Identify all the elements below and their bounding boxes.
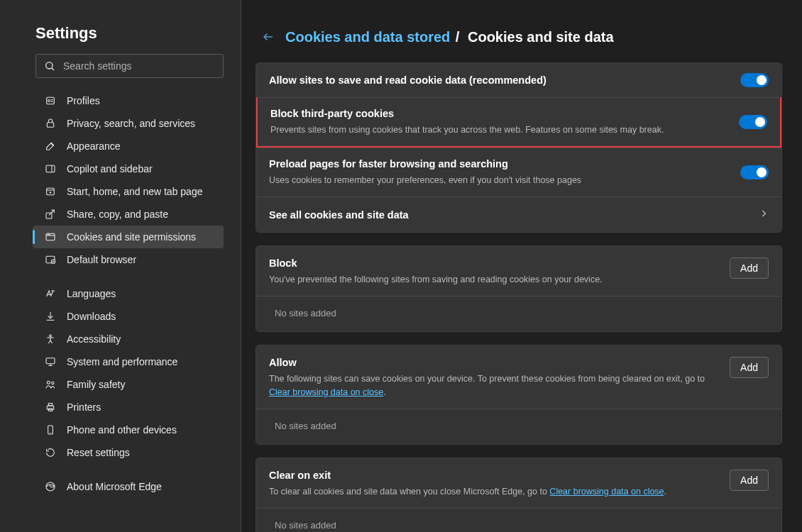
block-title: Block xyxy=(269,257,718,269)
search-input[interactable] xyxy=(63,60,216,72)
clear-add-button[interactable]: Add xyxy=(730,470,769,491)
svg-rect-12 xyxy=(46,233,55,240)
share-icon xyxy=(44,208,57,221)
clear-on-exit-section: Clear on exit To clear all cookies and s… xyxy=(256,458,782,532)
block-add-button[interactable]: Add xyxy=(730,257,769,279)
breadcrumb: Cookies and data stored / Cookies and si… xyxy=(285,29,614,45)
nav-label: Default browser xyxy=(67,254,136,265)
nav-label: Family safety xyxy=(67,379,125,390)
see-all-cookies-title: See all cookies and site data xyxy=(269,209,409,221)
clear-desc-pre: To clear all cookies and site data when … xyxy=(269,487,549,497)
breadcrumb-separator: / xyxy=(456,29,460,45)
clear-desc-link[interactable]: Clear browsing data on close xyxy=(549,487,664,497)
allow-section: Allow The following sites can save cooki… xyxy=(256,345,782,444)
svg-rect-23 xyxy=(48,404,52,406)
nav-label: Phone and other devices xyxy=(67,424,177,436)
nav-copilot[interactable]: Copilot and sidebar xyxy=(33,157,224,180)
settings-main: Cookies and data stored / Cookies and si… xyxy=(241,0,802,532)
nav-label: Appearance xyxy=(67,140,121,152)
allow-cookies-toggle[interactable] xyxy=(740,73,769,87)
allow-header: Allow The following sites can save cooki… xyxy=(256,345,781,408)
allow-desc-post: . xyxy=(383,387,385,397)
allow-title: Allow xyxy=(269,357,718,368)
svg-point-15 xyxy=(49,234,50,235)
nav-privacy[interactable]: Privacy, search, and services xyxy=(33,112,224,135)
block-empty: No sites added xyxy=(256,296,781,331)
block-section: Block You've prevented the following sit… xyxy=(256,245,782,332)
clear-title: Clear on exit xyxy=(269,470,718,481)
nav-phone[interactable]: Phone and other devices xyxy=(33,419,224,441)
nav-divider xyxy=(33,464,224,475)
allow-cookies-title: Allow sites to save and read cookie data… xyxy=(269,74,740,86)
nav-cookies[interactable]: Cookies and site permissions xyxy=(33,226,224,248)
nav-printers[interactable]: Printers xyxy=(33,396,224,419)
back-button[interactable] xyxy=(258,27,278,47)
family-icon xyxy=(44,378,57,391)
nav-appearance[interactable]: Appearance xyxy=(33,135,224,157)
cookies-icon xyxy=(44,231,57,243)
nav-start[interactable]: Start, home, and new tab page xyxy=(33,180,224,203)
clear-empty: No sites added xyxy=(256,508,781,532)
nav-family[interactable]: Family safety xyxy=(33,373,224,396)
svg-point-3 xyxy=(48,100,50,102)
nav-label: System and performance xyxy=(67,356,177,367)
phone-icon xyxy=(44,423,57,436)
nav-profiles[interactable]: Profiles xyxy=(33,89,224,112)
nav-label: Privacy, search, and services xyxy=(67,118,195,129)
svg-line-1 xyxy=(52,68,54,70)
search-box[interactable] xyxy=(35,54,224,78)
sidebar-panel-icon xyxy=(44,162,57,175)
nav-accessibility[interactable]: Accessibility xyxy=(33,328,224,350)
svg-point-18 xyxy=(50,335,52,337)
svg-rect-19 xyxy=(46,358,55,364)
breadcrumb-parent[interactable]: Cookies and data stored xyxy=(285,29,450,45)
nav-label: Languages xyxy=(67,288,116,299)
languages-icon xyxy=(44,287,57,300)
allow-empty: No sites added xyxy=(256,409,781,444)
cookie-settings-card: Allow sites to save and read cookie data… xyxy=(256,62,782,233)
system-icon xyxy=(44,355,57,368)
accessibility-icon xyxy=(44,333,57,345)
svg-rect-4 xyxy=(47,123,53,128)
block-desc: You've prevented the following sites fro… xyxy=(269,273,718,286)
preload-toggle[interactable] xyxy=(740,165,769,179)
settings-title: Settings xyxy=(35,24,224,43)
block-third-party-row: Block third-party cookies Prevents sites… xyxy=(256,97,781,148)
nav-system[interactable]: System and performance xyxy=(33,350,224,373)
nav-label: Start, home, and new tab page xyxy=(67,186,202,197)
nav-languages[interactable]: Languages xyxy=(33,282,224,305)
nav-label: Cookies and site permissions xyxy=(67,231,196,243)
breadcrumb-current: Cookies and site data xyxy=(468,29,614,45)
block-third-party-toggle[interactable] xyxy=(739,115,767,129)
allow-desc-pre: The following sites can save cookies on … xyxy=(269,374,705,384)
allow-cookies-row: Allow sites to save and read cookie data… xyxy=(256,63,781,97)
newtab-icon xyxy=(44,185,57,198)
allow-desc-link[interactable]: Clear browsing data on close xyxy=(269,387,383,397)
svg-rect-5 xyxy=(46,165,55,172)
nav-share[interactable]: Share, copy, and paste xyxy=(33,203,224,226)
nav-default-browser[interactable]: Default browser xyxy=(33,248,224,271)
default-browser-icon xyxy=(44,253,57,266)
svg-point-21 xyxy=(52,382,54,384)
nav-label: Accessibility xyxy=(67,333,121,345)
see-all-cookies-link[interactable]: See all cookies and site data xyxy=(256,196,781,232)
edge-icon xyxy=(44,480,57,493)
svg-point-14 xyxy=(48,234,48,235)
nav-about[interactable]: About Microsoft Edge xyxy=(33,475,224,498)
printer-icon xyxy=(44,401,57,414)
clear-desc-post: . xyxy=(664,487,666,497)
svg-point-0 xyxy=(46,62,53,69)
nav-label: Copilot and sidebar xyxy=(67,163,153,174)
allow-add-button[interactable]: Add xyxy=(730,357,769,378)
clear-header: Clear on exit To clear all cookies and s… xyxy=(256,458,781,508)
nav-divider xyxy=(33,271,224,282)
nav-label: About Microsoft Edge xyxy=(67,481,162,492)
preload-desc: Uses cookies to remember your preference… xyxy=(269,174,740,187)
block-header: Block You've prevented the following sit… xyxy=(256,246,781,296)
clear-desc: To clear all cookies and site data when … xyxy=(269,485,718,498)
nav-label: Downloads xyxy=(67,311,116,322)
nav-downloads[interactable]: Downloads xyxy=(33,305,224,328)
nav-label: Profiles xyxy=(67,95,100,106)
nav-reset[interactable]: Reset settings xyxy=(33,441,224,464)
svg-point-20 xyxy=(47,381,50,384)
